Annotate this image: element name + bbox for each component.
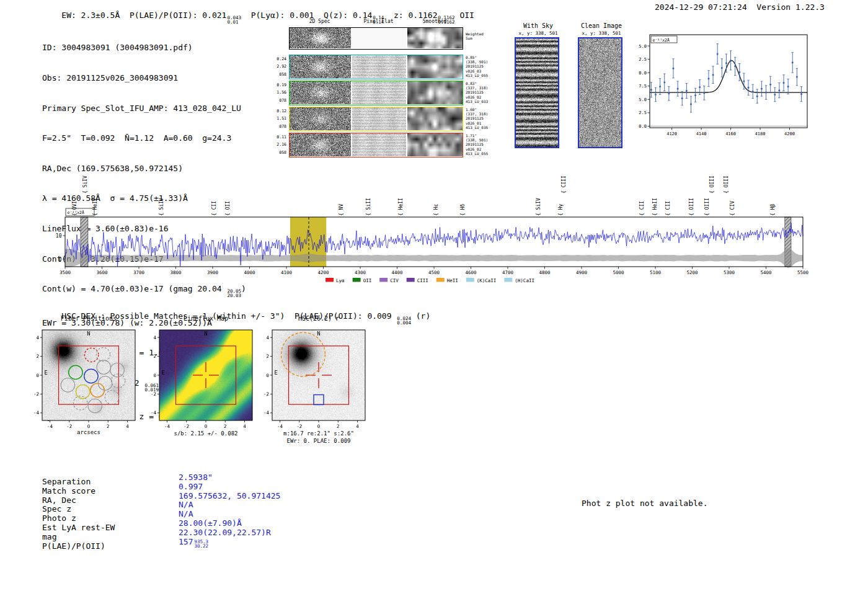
y-tick-label: -4 <box>33 410 40 415</box>
x-tick-label: 3800 <box>170 270 182 275</box>
compass-east-label: E <box>162 370 165 376</box>
y-tick-label: 2 <box>266 353 269 359</box>
legend-label: CIV <box>390 278 399 283</box>
fiber-circle <box>61 378 74 392</box>
data-point <box>686 90 688 92</box>
fiber-circle <box>91 383 104 397</box>
data-point <box>730 60 732 61</box>
data-point <box>668 92 670 94</box>
catalog-match-table: Separation2.5938"Match score0.997RA, Dec… <box>42 477 365 550</box>
match-row-label: Separation <box>42 477 179 487</box>
right-label-value: v026_02 <box>466 147 505 151</box>
data-point <box>694 94 696 96</box>
match-row-value: 0.997 <box>179 482 203 492</box>
data-point <box>721 67 723 69</box>
y-tick-label: 2 <box>36 353 39 359</box>
x-tick-label: 3700 <box>133 270 145 275</box>
right-label-value: 413_LU_055 <box>466 73 505 78</box>
emission-line-annotation: { OIII <box>704 198 710 216</box>
left-label-value: 2.16 <box>270 141 286 148</box>
with-sky-image <box>515 37 559 148</box>
y-tick-label: -4 <box>151 410 157 415</box>
emission-line-annotation: { SiIV <box>82 176 88 193</box>
data-point <box>774 94 776 96</box>
fiber-circle <box>98 376 112 390</box>
y-tick-label: 2.5 <box>639 110 647 115</box>
right-label-value: 0.85" <box>466 55 505 60</box>
cutout-frame <box>42 330 135 420</box>
left-label-value: 0.24 <box>270 55 286 63</box>
left-label-value: 2.92 <box>270 63 286 70</box>
data-point <box>650 89 652 91</box>
smoothed-image <box>407 55 463 78</box>
pixelflat-image <box>352 55 406 78</box>
with-sky-title: With Sky <box>508 22 568 29</box>
emission-line-annotation: { HeII <box>398 198 404 216</box>
data-point <box>681 97 683 99</box>
y-tick-label: 4 <box>36 335 39 340</box>
x-tick-label: 4100 <box>281 270 293 275</box>
y-tick-label: 5.0 <box>639 97 647 102</box>
frac-sub: 30.22 <box>194 544 208 548</box>
spec2d-row-right-labels: 0.83"(337, 318)20191125v026_02413_LU_033 <box>466 81 505 104</box>
right-label-value: (337, 318) <box>466 112 505 116</box>
unit-label: e⁻¹⁷x2Å <box>653 37 670 43</box>
elixer-detection-report: EW: 2.3±0.5Å P(LAE)/P(OII): 0.0210.0430.… <box>0 0 868 591</box>
data-point <box>765 92 767 94</box>
clean-image-xy: x, y: 338, 501 <box>572 30 631 36</box>
x-tick-label: 0 <box>317 424 321 429</box>
hsc-r-title: HSC(26.2) r <box>272 315 365 322</box>
spec2d-row <box>289 107 463 131</box>
x-tick-label: 5200 <box>686 270 698 275</box>
y-tick-label: 10.0 <box>639 71 647 76</box>
hsc-r-overlay: -4-4-2-2002244NE <box>254 325 388 434</box>
spec2d-row-left-labels: 0.121.51078 <box>270 107 286 130</box>
y-tick-label: -2 <box>33 391 39 397</box>
pixelflat-image <box>352 107 406 130</box>
data-point <box>783 82 785 84</box>
x-tick-label: -4 <box>47 424 53 429</box>
compass-east-label: E <box>275 370 278 376</box>
spec2d-row-right-labels: 1.60"(337, 318)20191125v026_01413_LU_035 <box>466 107 505 130</box>
match-row-label: Spec z <box>42 504 179 514</box>
x-tick-label: 4000 <box>244 270 255 275</box>
data-point <box>796 76 798 78</box>
emission-line-annotation: { Hε <box>433 204 439 216</box>
data-point <box>748 87 750 89</box>
data-point <box>734 65 736 67</box>
fiber-circle <box>105 391 118 404</box>
emission-line-annotation: { Hβ <box>770 204 776 216</box>
fiber-circle <box>69 365 82 379</box>
legend-label: (H)CaII <box>515 278 534 283</box>
x-tick-label: 5400 <box>760 270 772 275</box>
pixelflat-image <box>352 81 406 104</box>
match-row-value: 157 <box>179 537 193 547</box>
x-tick-label: 5000 <box>613 270 624 275</box>
spec2d-row <box>289 27 463 50</box>
right-label-value: (337, 318) <box>466 86 505 90</box>
right-label-value: v026_02 <box>466 95 505 99</box>
x-tick-label: 4700 <box>502 270 514 275</box>
y-tick-label: 0 <box>266 373 269 378</box>
spec2d-cutout-image <box>290 81 351 104</box>
spec2d-row-right-labels: 1.71"(338, 501)20191125v026_02413_LU_055 <box>466 133 505 156</box>
data-point <box>778 89 780 91</box>
cutout-frame <box>159 330 252 420</box>
frac-sub: 20.03 <box>227 293 241 298</box>
data-point <box>672 68 674 69</box>
right-label-value: v026_03 <box>466 69 505 73</box>
y-tick-label: 0 <box>153 373 156 378</box>
data-point <box>712 74 714 76</box>
compass-east-label: E <box>45 370 48 376</box>
smoothed-image <box>407 107 463 130</box>
data-point <box>756 96 758 97</box>
y-tick-label: 15.0 <box>639 44 647 49</box>
emission-line-annotation: { Hγ <box>558 204 564 216</box>
spec2d-row <box>289 81 463 105</box>
legend-swatch <box>407 278 415 282</box>
left-label-value: 1.56 <box>270 89 286 96</box>
info-obs: Obs: 20191125v026_3004983091 <box>42 73 246 83</box>
x-tick-label: -4 <box>164 424 170 429</box>
lineflux-map-title: Lineflux Map <box>159 315 252 322</box>
y-tick-label: 4 <box>153 335 156 340</box>
